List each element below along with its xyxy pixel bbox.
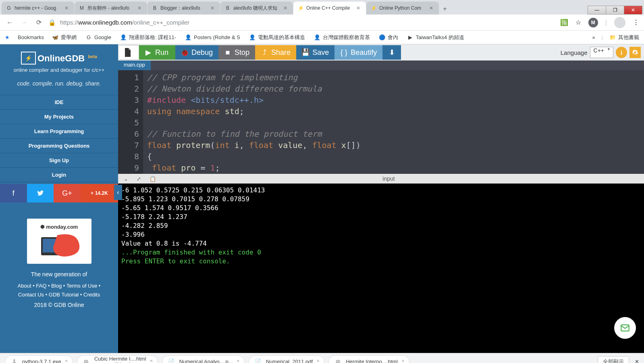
- beautify-button[interactable]: { } Beautify: [334, 45, 382, 60]
- browser-tab[interactable]: G hermite c++ - Goog ✕: [2, 2, 74, 15]
- copyright: 2018 © GDB Online: [0, 302, 118, 312]
- download-button[interactable]: ⬇: [382, 45, 401, 60]
- sidebar-collapse-handle[interactable]: ‹: [114, 185, 122, 200]
- code-editor[interactable]: 123456789 // CPP program for implementin…: [118, 70, 644, 174]
- feedback-fab[interactable]: [614, 317, 636, 339]
- forward-button[interactable]: →: [19, 18, 29, 27]
- download-item[interactable]: ⇩python-3.7.1.exe^: [5, 355, 73, 363]
- profile-avatar[interactable]: [614, 17, 625, 28]
- chevron-up-icon[interactable]: ^: [402, 359, 404, 363]
- chevron-down-icon[interactable]: ⌄: [124, 176, 129, 182]
- new-file-button[interactable]: [118, 45, 139, 60]
- bookmark-item[interactable]: 👤Posters (Rohde & S: [185, 34, 240, 41]
- download-item[interactable]: ◎Cubic Hermite I....html35/39 B，還剩 1 秒^: [77, 355, 158, 363]
- chevron-up-icon[interactable]: ^: [150, 359, 153, 363]
- save-button[interactable]: 💾 Save: [296, 45, 334, 60]
- download-item[interactable]: ◎Hermite Interpo....html^: [328, 355, 409, 363]
- show-all-downloads[interactable]: 全部顯示: [598, 356, 629, 363]
- browser-tab[interactable]: ⚡ Online Python Com ✕: [366, 2, 439, 15]
- file-icon: ◎: [82, 358, 90, 363]
- browser-tab[interactable]: ⚡ Online C++ Compile ✕: [293, 2, 366, 15]
- chevron-up-icon[interactable]: ^: [237, 359, 239, 363]
- share-count-button[interactable]: + 14.2K: [81, 184, 118, 202]
- bookmark-item[interactable]: 🦋愛學網: [52, 34, 77, 41]
- translate-icon[interactable]: 🈯: [560, 19, 568, 26]
- info-button[interactable]: i: [616, 47, 627, 58]
- bookmark-item[interactable]: ▶TaiwanTalks4 的頻道: [407, 34, 464, 41]
- code-line[interactable]: #include <bits/stdc++.h>: [147, 94, 361, 106]
- bookmarks-label[interactable]: Bookmarks: [18, 34, 44, 40]
- window-maximize[interactable]: ❐: [606, 6, 624, 15]
- close-icon[interactable]: ✕: [137, 5, 143, 11]
- share-button[interactable]: ⤴ Share: [255, 45, 296, 60]
- code-line[interactable]: // CPP program for implementing: [147, 72, 361, 83]
- sidebar-item[interactable]: Sign Up: [0, 153, 118, 168]
- sidebar-item[interactable]: IDE: [0, 95, 118, 110]
- new-tab-button[interactable]: +: [439, 3, 451, 15]
- code-text[interactable]: // CPP program for implementing// Newton…: [143, 70, 361, 174]
- extension-icon[interactable]: M: [588, 18, 598, 27]
- ad-box[interactable]: ✺ monday.com: [27, 219, 91, 264]
- download-item[interactable]: 📄Numerical Analys....p...^: [162, 355, 245, 363]
- favicon-icon: G: [6, 5, 12, 11]
- stop-button[interactable]: ■ Stop: [218, 45, 255, 60]
- close-icon[interactable]: ✕: [210, 5, 216, 11]
- bookmark-item[interactable]: 👤台灣媒體觀察教育基: [314, 34, 370, 41]
- window-minimize[interactable]: —: [588, 6, 606, 15]
- facebook-button[interactable]: f: [0, 184, 27, 202]
- brand-tagline: code. compile. run. debug. share.: [0, 75, 118, 92]
- logo-icon: ⚡: [21, 52, 36, 65]
- code-line[interactable]: // Newton divided difference formula: [147, 83, 361, 94]
- debug-button[interactable]: 🐞 Debug: [175, 45, 218, 60]
- sidebar-footer: About • FAQ • Blog • Terms of Use • Cont…: [0, 282, 118, 299]
- chevron-up-icon[interactable]: ^: [317, 359, 319, 363]
- terminal-output[interactable]: -6 1.052 0.5725 0.215 0.06305 0.01413 -5…: [118, 184, 644, 353]
- back-button[interactable]: ←: [5, 18, 15, 27]
- editor-area: ▶ Run 🐞 Debug ■ Stop ⤴ Share 💾 Save { }: [118, 44, 644, 353]
- expand-icon[interactable]: ⤢: [137, 176, 142, 182]
- bookmarks-overflow[interactable]: »: [592, 34, 595, 40]
- bookmark-item[interactable]: 🔵會內: [379, 34, 398, 41]
- file-tabs-row: main.cpp: [118, 60, 644, 70]
- close-icon[interactable]: ✕: [356, 5, 362, 11]
- language-select[interactable]: C++: [590, 47, 613, 58]
- footer-links-2[interactable]: Contact Us • GDB Tutorial • Credits: [0, 290, 118, 299]
- twitter-button[interactable]: [27, 184, 54, 202]
- copy-icon[interactable]: 📋: [150, 176, 155, 182]
- code-line[interactable]: // Function to find the product term: [147, 128, 361, 140]
- googleplus-button[interactable]: G+: [54, 184, 81, 202]
- line-number: 9: [118, 162, 139, 173]
- close-icon[interactable]: ✕: [429, 5, 435, 11]
- address-bar[interactable]: 🔒 https://www.onlinegdb.com/online_c++_c…: [48, 17, 555, 29]
- sidebar-item[interactable]: Learn Programming: [0, 124, 118, 139]
- download-item[interactable]: 📄Numerical_2011.pdf^: [249, 355, 324, 363]
- browser-tab[interactable]: B Blogger：alex9ufo ✕: [147, 2, 220, 15]
- footer-links-1[interactable]: About • FAQ • Blog • Terms of Use •: [0, 282, 118, 290]
- sidebar-item[interactable]: Login: [0, 168, 118, 182]
- browser-tab[interactable]: B alex9ufo 聰明人求知 ✕: [220, 2, 293, 15]
- close-icon[interactable]: ✕: [283, 5, 289, 11]
- chevron-up-icon[interactable]: ^: [65, 359, 68, 363]
- code-line[interactable]: {: [147, 151, 361, 162]
- code-line[interactable]: float proterm(int i, float value, float …: [147, 140, 361, 151]
- run-button[interactable]: ▶ Run: [139, 45, 175, 60]
- bookmark-item[interactable]: GGoogle: [85, 34, 111, 41]
- close-icon[interactable]: ✕: [64, 5, 70, 11]
- other-bookmarks-folder[interactable]: 📁 其他書籤: [609, 34, 639, 41]
- code-line[interactable]: using namespace std;: [147, 106, 361, 117]
- code-line[interactable]: float pro = 1;: [147, 162, 361, 173]
- code-line[interactable]: [147, 117, 361, 128]
- bookmark-icon: 👤: [314, 34, 320, 41]
- file-tab[interactable]: main.cpp: [118, 60, 151, 70]
- sidebar-item[interactable]: My Projects: [0, 110, 118, 124]
- reload-button[interactable]: ⟳: [34, 18, 44, 27]
- browser-tab[interactable]: M 所有郵件 - alex9ufo ✕: [75, 2, 147, 15]
- menu-icon[interactable]: ⋮: [633, 19, 639, 26]
- close-downloads-bar[interactable]: ✕: [635, 359, 639, 363]
- settings-button[interactable]: [629, 47, 641, 58]
- bookmark-item[interactable]: 👤翔通部落格: 課程11-: [120, 34, 176, 41]
- bookmark-item[interactable]: 👤電動馬達的基本構造: [249, 34, 305, 41]
- bookmark-star-icon[interactable]: ☆: [575, 19, 581, 26]
- sidebar-item[interactable]: Programming Questions: [0, 139, 118, 153]
- window-close[interactable]: ✕: [624, 6, 642, 15]
